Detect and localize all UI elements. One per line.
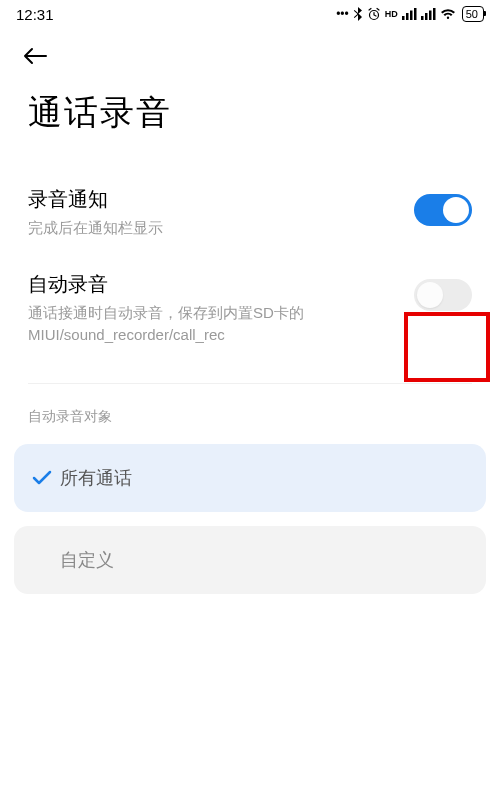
section-header-auto-record-target: 自动录音对象 — [0, 402, 500, 444]
svg-rect-7 — [429, 11, 432, 21]
setting-label: 录音通知 — [28, 186, 398, 213]
setting-desc: 完成后在通知栏显示 — [28, 217, 398, 239]
svg-rect-6 — [425, 13, 428, 20]
status-icons: ••• HD 50 — [336, 6, 484, 22]
svg-rect-8 — [433, 8, 436, 20]
bluetooth-icon — [353, 7, 363, 21]
svg-rect-5 — [421, 16, 424, 20]
battery-indicator: 50 — [462, 6, 484, 22]
setting-desc: 通话接通时自动录音，保存到内置SD卡的MIUI/sound_recorder/c… — [28, 302, 398, 346]
status-time: 12:31 — [16, 6, 54, 23]
svg-rect-4 — [414, 8, 417, 20]
option-all-calls[interactable]: 所有通话 — [14, 444, 486, 512]
back-button[interactable] — [22, 46, 50, 66]
svg-rect-2 — [406, 13, 409, 20]
setting-recording-notification: 录音通知 完成后在通知栏显示 — [0, 170, 500, 255]
toggle-recording-notification[interactable] — [414, 194, 472, 226]
svg-rect-3 — [410, 11, 413, 21]
divider — [28, 383, 472, 384]
status-bar: 12:31 ••• HD 50 — [0, 0, 500, 28]
page-title: 通话录音 — [28, 90, 472, 136]
more-icon: ••• — [336, 7, 349, 21]
option-custom[interactable]: 自定义 — [14, 526, 486, 594]
signal-icon — [402, 8, 417, 20]
check-icon — [32, 470, 60, 486]
wifi-icon — [440, 8, 456, 20]
setting-label: 自动录音 — [28, 271, 398, 298]
toggle-auto-record[interactable] — [414, 279, 472, 311]
signal-icon-2 — [421, 8, 436, 20]
hd-label: HD — [385, 9, 398, 19]
option-label: 自定义 — [60, 548, 114, 572]
setting-auto-record: 自动录音 通话接通时自动录音，保存到内置SD卡的MIUI/sound_recor… — [0, 255, 500, 362]
svg-rect-1 — [402, 16, 405, 20]
alarm-icon — [367, 7, 381, 21]
option-label: 所有通话 — [60, 466, 132, 490]
